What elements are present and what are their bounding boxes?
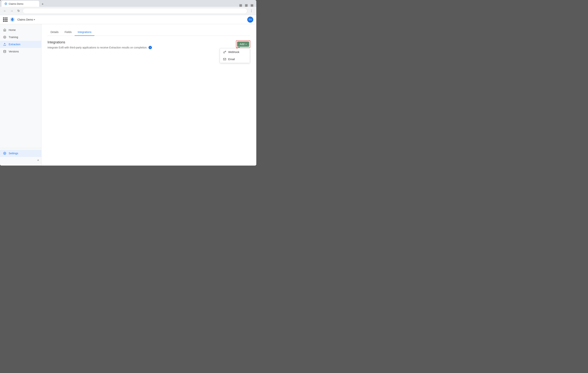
sidebar-item-label: Versions	[9, 50, 19, 53]
add-button-container: Add ▾ Webhook	[236, 40, 250, 48]
section-title: Integrations	[47, 40, 152, 44]
webhook-icon	[223, 50, 226, 54]
app-container: Claims Demo ▾ SU Home	[0, 15, 256, 166]
dropdown-item-email[interactable]: Email	[220, 56, 250, 63]
app-name-dropdown[interactable]: Claims Demo ▾	[17, 18, 35, 21]
email-icon	[223, 57, 226, 61]
tab-fields[interactable]: Fields	[62, 29, 75, 36]
browser-menu-button[interactable]: ⋮	[249, 8, 254, 14]
add-dropdown-menu: Webhook Email	[220, 48, 250, 63]
svg-rect-8	[223, 58, 226, 60]
user-avatar[interactable]: SU	[247, 17, 253, 23]
add-button-caret: ▾	[246, 43, 247, 45]
tab-label: Claims Demo	[9, 2, 23, 5]
add-button[interactable]: Add ▾	[237, 42, 249, 47]
settings-label: Settings	[9, 152, 18, 155]
grid-menu-icon[interactable]	[3, 17, 8, 22]
sidebar-item-home[interactable]: Home	[0, 26, 41, 33]
forward-button[interactable]: →	[9, 8, 14, 14]
integration-left: Integrations Integrate Exfil with third-…	[47, 40, 152, 49]
sidebar-item-label: Home	[9, 29, 16, 32]
browser-tab[interactable]: Claims Demo	[1, 1, 39, 7]
close-button[interactable]: ✕	[251, 4, 253, 7]
new-tab-button[interactable]: +	[40, 1, 45, 7]
integration-right: Add ▾ Webhook	[236, 40, 250, 48]
training-icon	[3, 35, 6, 39]
sidebar: Home Training	[0, 24, 42, 166]
sidebar-item-versions[interactable]: Versions	[0, 48, 41, 55]
tab-favicon	[5, 2, 7, 5]
sidebar-item-label: Extraction	[9, 43, 20, 46]
app-logo	[10, 17, 15, 22]
extraction-icon	[3, 43, 6, 46]
back-button[interactable]: ←	[2, 8, 8, 14]
integration-header-row: Integrations Integrate Exfil with third-…	[47, 40, 250, 49]
svg-point-6	[4, 50, 6, 51]
minimize-button[interactable]: —	[239, 4, 242, 7]
browser-toolbar: ← → ↻ ⋮	[0, 7, 256, 15]
settings-icon	[3, 152, 6, 155]
sidebar-item-settings[interactable]: Settings	[0, 150, 41, 157]
browser-tabs: Claims Demo + — □ ✕	[0, 0, 256, 7]
sidebar-item-training[interactable]: Training	[0, 33, 41, 41]
versions-icon	[3, 50, 6, 53]
svg-point-3	[3, 36, 6, 38]
browser-window: Claims Demo + — □ ✕ ← → ↻ ⋮	[0, 0, 256, 166]
address-bar[interactable]	[23, 8, 247, 14]
info-icon[interactable]: i	[148, 46, 152, 49]
tab-details[interactable]: Details	[47, 29, 62, 36]
app-header: Claims Demo ▾ SU	[0, 15, 256, 24]
maximize-button[interactable]: □	[245, 4, 248, 7]
sidebar-footer: Settings «	[0, 148, 41, 163]
content-area: Details Fields Integrations Integrations…	[42, 24, 256, 166]
dropdown-item-webhook[interactable]: Webhook	[220, 48, 250, 56]
svg-point-4	[4, 37, 5, 38]
home-icon	[3, 28, 6, 32]
svg-point-7	[4, 153, 5, 154]
section-description: Integrate Exfil with third-party applica…	[47, 46, 152, 49]
collapse-button[interactable]: «	[0, 157, 41, 163]
reload-button[interactable]: ↻	[16, 8, 21, 14]
tab-integrations[interactable]: Integrations	[75, 29, 94, 36]
sidebar-item-label: Training	[9, 36, 18, 39]
main-layout: Home Training	[0, 24, 256, 166]
tabs: Details Fields Integrations	[47, 29, 250, 36]
sidebar-item-extraction[interactable]: Extraction	[0, 41, 41, 48]
